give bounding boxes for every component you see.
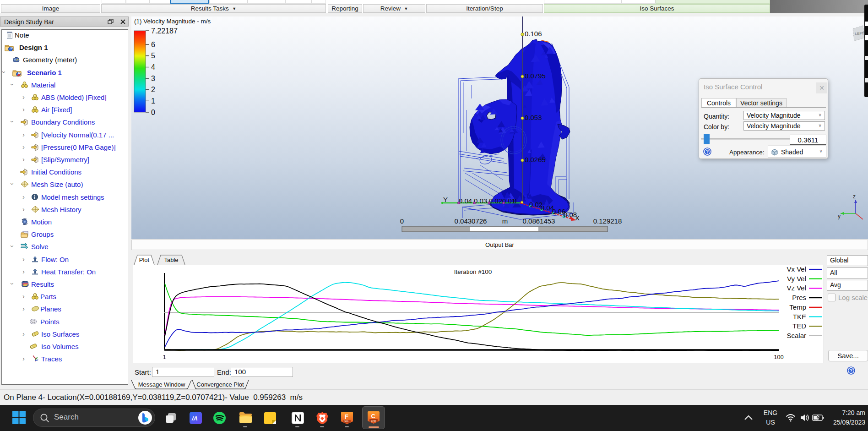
svg-text:3: 3 <box>151 75 155 82</box>
svg-text:(1) Velocity Magnitude - m/s: (1) Velocity Magnitude - m/s <box>134 18 211 25</box>
svg-text:z: z <box>853 193 856 200</box>
svg-text:6: 6 <box>151 41 155 49</box>
svg-text:0: 0 <box>151 109 155 116</box>
svg-text:0.129218: 0.129218 <box>593 217 622 225</box>
svg-text:0.0430726: 0.0430726 <box>455 217 487 225</box>
svg-text:LEFT: LEFT <box>855 31 864 36</box>
svg-text:F: F <box>345 413 349 420</box>
svg-text:TED: TED <box>792 322 806 330</box>
svg-text:Convergence Plot: Convergence Plot <box>196 381 244 388</box>
svg-text:/A: /A <box>191 415 198 422</box>
svg-text:5: 5 <box>151 52 155 60</box>
svg-text:Vz Vel: Vz Vel <box>787 284 806 292</box>
svg-text:Temp: Temp <box>789 303 806 311</box>
svg-text:100: 100 <box>774 354 784 360</box>
svg-text:?: ? <box>706 149 709 154</box>
svg-text:0.04: 0.04 <box>459 197 472 205</box>
svg-text:C: C <box>371 413 376 420</box>
svg-text:Plot: Plot <box>139 256 150 263</box>
svg-text:X: X <box>575 214 580 222</box>
svg-text:Vx Vel: Vx Vel <box>787 265 806 273</box>
svg-text:y: y <box>838 213 841 219</box>
svg-text:0: 0 <box>513 197 516 205</box>
svg-text:Pres: Pres <box>792 294 806 301</box>
svg-text:2: 2 <box>151 86 155 93</box>
svg-text:m: m <box>502 217 508 225</box>
svg-text:4: 4 <box>151 63 155 71</box>
svg-text:1: 1 <box>151 97 155 105</box>
svg-text:Message Window: Message Window <box>138 381 185 388</box>
svg-text:0.0861453: 0.0861453 <box>523 217 555 225</box>
svg-text:0.02: 0.02 <box>489 197 502 205</box>
svg-text:360: 360 <box>344 420 348 423</box>
svg-text:0.106: 0.106 <box>525 30 542 38</box>
svg-text:CFD: CFD <box>371 420 376 422</box>
svg-text:0.0265: 0.0265 <box>525 156 546 164</box>
svg-text:Table: Table <box>164 256 178 263</box>
svg-text:7.22187: 7.22187 <box>151 27 178 35</box>
svg-text:0: 0 <box>400 217 404 225</box>
svg-text:Vy Vel: Vy Vel <box>787 275 806 283</box>
svg-text:Y: Y <box>443 196 448 203</box>
svg-text:Scalar: Scalar <box>787 332 806 339</box>
svg-text:0.03: 0.03 <box>474 197 487 205</box>
svg-text:1: 1 <box>163 354 166 360</box>
svg-text:TKE: TKE <box>793 313 806 321</box>
svg-text:0.0795: 0.0795 <box>525 72 546 80</box>
svg-text:?: ? <box>850 368 852 373</box>
svg-text:Iteration #100: Iteration #100 <box>454 268 492 275</box>
svg-text:0.053: 0.053 <box>525 114 542 121</box>
